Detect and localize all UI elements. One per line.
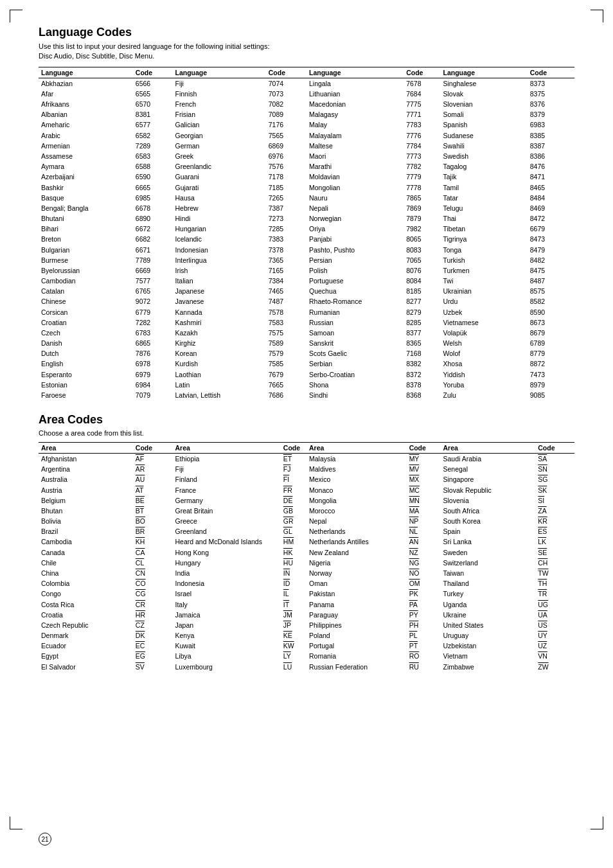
- table-row: Telugu8469: [441, 203, 575, 213]
- table-row: Slovak8375: [441, 89, 575, 99]
- table-row: Sindhi8368: [306, 390, 441, 400]
- table-row: Esperanto6979: [39, 369, 173, 380]
- table-row: Bashkir6665: [39, 182, 173, 193]
- table-row: SenegalSN: [441, 464, 575, 474]
- table-row: Galician7176: [173, 120, 307, 130]
- table-row: Oriya7982: [306, 224, 441, 234]
- table-row: AustraliaAU: [39, 474, 173, 484]
- table-row: Moldavian7779: [306, 172, 441, 182]
- table-row: Hong KongHK: [173, 547, 307, 558]
- table-row: LibyaLY: [173, 651, 307, 661]
- table-row: NepalNP: [306, 516, 441, 526]
- table-row: Slovenian8376: [441, 99, 575, 109]
- area-col1-header-code: Code: [133, 443, 173, 454]
- table-row: Arabic6582: [39, 130, 173, 141]
- area-col-1: Area Code AfghanistanAFArgentinaARAustra…: [39, 442, 173, 672]
- table-row: ItalyIT: [173, 599, 307, 610]
- table-row: Swahili8387: [441, 141, 575, 151]
- table-row: Afrikaans6570: [39, 99, 173, 109]
- table-row: Uzbek8590: [441, 307, 575, 317]
- table-row: Bulgarian6671: [39, 245, 173, 255]
- table-row: CanadaCA: [39, 547, 173, 558]
- table-row: DenmarkDK: [39, 630, 173, 641]
- table-row: Interlingua7365: [173, 255, 307, 265]
- table-row: ThailandTH: [441, 578, 575, 589]
- table-row: Russian FederationRU: [306, 662, 441, 672]
- table-row: New ZealandNZ: [306, 547, 441, 558]
- table-row: Irish7165: [173, 265, 307, 276]
- table-row: EgyptEG: [39, 651, 173, 661]
- table-row: GermanyDE: [173, 495, 307, 506]
- lang-col4-header-lang: Language: [441, 67, 528, 78]
- table-row: FijiFJ: [173, 464, 307, 474]
- table-row: MongoliaMN: [306, 495, 441, 506]
- table-row: ParaguayPY: [306, 610, 441, 620]
- table-row: Yiddish7473: [441, 369, 575, 380]
- table-row: PolandPL: [306, 630, 441, 641]
- table-row: Netherlands AntillesAN: [306, 536, 441, 547]
- table-row: Abkhazian6566: [39, 78, 173, 89]
- table-row: IsraelIL: [173, 589, 307, 599]
- table-row: ArgentinaAR: [39, 464, 173, 474]
- table-row: Somali8379: [441, 109, 575, 120]
- table-row: PortugalPT: [306, 641, 441, 651]
- area-col-2: Area Code EthiopiaETFijiFJFinlandFIFranc…: [173, 442, 307, 672]
- table-row: PanamaPA: [306, 599, 441, 610]
- table-row: Lingala7678: [306, 78, 441, 89]
- table-row: BelgiumBE: [39, 495, 173, 506]
- table-row: ZimbabweZW: [441, 662, 575, 672]
- language-title: Language Codes: [39, 26, 574, 39]
- table-row: Czech6783: [39, 328, 173, 338]
- table-row: Sanskrit8365: [306, 338, 441, 348]
- table-row: Breton6682: [39, 234, 173, 244]
- table-row: BoliviaBO: [39, 516, 173, 526]
- table-row: Heard and McDonald IslandsHM: [173, 536, 307, 547]
- table-row: Russian8285: [306, 317, 441, 328]
- table-row: Zulu9085: [441, 390, 575, 400]
- table-row: Malay7783: [306, 120, 441, 130]
- table-row: Quechua8185: [306, 286, 441, 296]
- table-row: Turkish8482: [441, 255, 575, 265]
- table-row: Tonga8479: [441, 245, 575, 255]
- table-row: Faroese7079: [39, 390, 173, 400]
- table-row: ColombiaCO: [39, 578, 173, 589]
- table-row: Tatar8484: [441, 193, 575, 203]
- table-row: English6978: [39, 359, 173, 369]
- table-row: Slovak RepublicSK: [441, 485, 575, 495]
- table-row: NigeriaNG: [306, 558, 441, 568]
- table-row: UruguayUY: [441, 630, 575, 641]
- table-row: PakistanPK: [306, 589, 441, 599]
- table-row: Serbo-Croatian8372: [306, 369, 441, 380]
- table-row: JamaicaJM: [173, 610, 307, 620]
- table-row: Hindi7273: [173, 213, 307, 224]
- table-row: Tibetan6679: [441, 224, 575, 234]
- table-row: ChinaCN: [39, 568, 173, 578]
- table-row: TaiwanTW: [441, 568, 575, 578]
- table-row: Latin7665: [173, 380, 307, 390]
- table-row: GreeceGR: [173, 516, 307, 526]
- table-row: Basque6985: [39, 193, 173, 203]
- table-row: Kashmiri7583: [173, 317, 307, 328]
- table-row: Malagasy7771: [306, 109, 441, 120]
- table-row: Kazakh7575: [173, 328, 307, 338]
- table-row: Macedonian7775: [306, 99, 441, 109]
- language-col-1: Language Code Abkhazian6566Afar6565Afrik…: [39, 67, 173, 400]
- table-row: AustriaAT: [39, 485, 173, 495]
- table-row: Spanish6983: [441, 120, 575, 130]
- table-row: Urdu8582: [441, 296, 575, 306]
- area-col-4: Area Code Saudi ArabiaSASenegalSNSingapo…: [441, 442, 575, 672]
- table-row: Laothian7679: [173, 369, 307, 380]
- area-table: Area Code AfghanistanAFArgentinaARAustra…: [39, 442, 574, 672]
- area-col4-header-area: Area: [441, 443, 536, 454]
- table-row: Japanese7465: [173, 286, 307, 296]
- area-col4-header-code: Code: [535, 443, 574, 454]
- table-row: Yoruba8979: [441, 380, 575, 390]
- table-row: Bengali; Bangla6678: [39, 203, 173, 213]
- table-row: Tamil8465: [441, 182, 575, 193]
- language-col-3: Language Code Lingala7678Lithuanian7684M…: [306, 67, 441, 400]
- table-row: Byelorussian6669: [39, 265, 173, 276]
- table-row: Welsh6789: [441, 338, 575, 348]
- table-row: FranceFR: [173, 485, 307, 495]
- table-row: Hungarian7285: [173, 224, 307, 234]
- table-row: JapanJP: [173, 620, 307, 630]
